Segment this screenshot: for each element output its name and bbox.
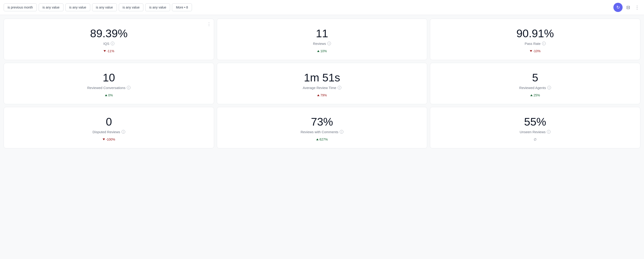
metric-change: 0% — [105, 93, 113, 97]
arrow-down-icon — [103, 138, 105, 140]
refresh-button[interactable]: ↻ — [614, 3, 622, 12]
metric-label: Average Review Time i — [303, 86, 341, 90]
more-vert-icon: ⋮ — [635, 5, 640, 10]
metric-label-text: IQS — [103, 42, 109, 45]
filter-button-3[interactable]: is any value — [65, 3, 90, 11]
metric-label-text: Average Review Time — [303, 86, 336, 90]
info-icon[interactable]: i — [542, 42, 546, 45]
filter-button-2[interactable]: is any value — [39, 3, 64, 11]
metric-label-text: Reviews with Comments — [300, 130, 338, 134]
metric-label: Reviews i — [313, 42, 331, 45]
more-options-button[interactable]: ⋮ — [634, 4, 640, 11]
metric-label-text: Pass Rate — [524, 42, 540, 45]
change-value: 627% — [320, 138, 328, 141]
info-icon[interactable]: i — [327, 42, 331, 45]
more-filters-button[interactable]: More • 8 — [172, 3, 192, 11]
arrow-down-icon — [104, 50, 106, 52]
change-value: 0% — [108, 93, 113, 97]
metric-label: Reviewed Conversations i — [87, 86, 130, 90]
arrow-up-icon — [316, 138, 318, 140]
metric-value: 55% — [524, 116, 546, 128]
info-icon[interactable]: i — [547, 86, 551, 89]
info-icon[interactable]: i — [122, 130, 125, 134]
metric-card-iqs: ⋮ 89.39% IQS i -11% — [4, 19, 214, 60]
metric-change: ∅ — [534, 138, 536, 141]
metric-label: Reviews with Comments i — [300, 130, 344, 134]
metric-value: 5 — [532, 72, 538, 84]
metric-value: 1m 51s — [304, 72, 340, 84]
metric-card-reviews: 11 Reviews i 10% — [217, 19, 427, 60]
metric-label-text: Reviewed Agents — [519, 86, 546, 90]
info-icon[interactable]: i — [547, 130, 550, 134]
metric-value: 73% — [311, 116, 333, 128]
metric-change: 10% — [317, 49, 327, 53]
toolbar-icons: ↻ ⊟ ⋮ — [614, 3, 640, 12]
change-value: 10% — [320, 49, 327, 53]
metric-card-unseen-reviews: 55% Unseen Reviews i ∅ — [430, 107, 640, 148]
metric-label: Pass Rate i — [524, 42, 546, 45]
metric-card-disputed-reviews: 0 Disputed Reviews i -100% — [4, 107, 214, 148]
metrics-grid: ⋮ 89.39% IQS i -11% 11 Reviews i 10% — [0, 15, 644, 152]
arrow-up-icon — [530, 94, 532, 96]
refresh-icon: ↻ — [616, 5, 620, 10]
filter-button-5[interactable]: is any value — [119, 3, 144, 11]
arrow-up-icon — [105, 94, 107, 96]
metric-label: Reviewed Agents i — [519, 86, 551, 90]
metric-value: 10 — [103, 72, 115, 84]
date-filter-button[interactable]: is previous month — [4, 3, 37, 11]
card-menu-button[interactable]: ⋮ — [207, 22, 211, 27]
metric-value: 90.91% — [516, 28, 554, 40]
arrow-up-icon — [317, 50, 320, 52]
change-value: 25% — [534, 93, 540, 97]
filter-icon-button[interactable]: ⊟ — [625, 4, 631, 11]
info-icon[interactable]: i — [340, 130, 344, 134]
change-value: ∅ — [534, 138, 536, 141]
metric-value: 0 — [106, 116, 112, 128]
metric-label: Unseen Reviews i — [520, 130, 551, 134]
metric-change: -11% — [104, 49, 114, 53]
metric-change: 627% — [316, 138, 328, 141]
change-value: -10% — [533, 49, 541, 53]
metric-change: -100% — [103, 138, 115, 141]
metric-change: -10% — [530, 49, 541, 53]
metric-card-reviews-with-comments: 73% Reviews with Comments i 627% — [217, 107, 427, 148]
metric-label-text: Reviews — [313, 42, 326, 45]
metric-label-text: Reviewed Conversations — [87, 86, 126, 90]
info-icon[interactable]: i — [338, 86, 341, 89]
info-icon[interactable]: i — [127, 86, 130, 89]
filter-icon: ⊟ — [626, 5, 630, 10]
change-value: -100% — [106, 138, 115, 141]
arrow-up-icon — [317, 94, 320, 96]
metric-card-pass-rate: 90.91% Pass Rate i -10% — [430, 19, 640, 60]
metric-label: Disputed Reviews i — [92, 130, 125, 134]
filter-bar: is previous month is any value is any va… — [0, 0, 644, 15]
metric-value: 89.39% — [90, 28, 128, 40]
metric-label-text: Unseen Reviews — [520, 130, 546, 134]
metric-value: 11 — [316, 28, 328, 40]
metric-card-reviewed-agents: 5 Reviewed Agents i 25% — [430, 63, 640, 104]
change-value: 79% — [320, 93, 327, 97]
metric-card-reviewed-conversations: 10 Reviewed Conversations i 0% — [4, 63, 214, 104]
metric-change: 79% — [317, 93, 327, 97]
metric-card-average-review-time: 1m 51s Average Review Time i 79% — [217, 63, 427, 104]
metric-label-text: Disputed Reviews — [92, 130, 120, 134]
info-icon[interactable]: i — [111, 42, 114, 45]
arrow-down-icon — [530, 50, 532, 52]
metric-change: 25% — [530, 93, 540, 97]
metric-label: IQS i — [103, 42, 114, 45]
filter-button-6[interactable]: is any value — [145, 3, 170, 11]
change-value: -11% — [107, 49, 114, 53]
filter-button-4[interactable]: is any value — [92, 3, 117, 11]
